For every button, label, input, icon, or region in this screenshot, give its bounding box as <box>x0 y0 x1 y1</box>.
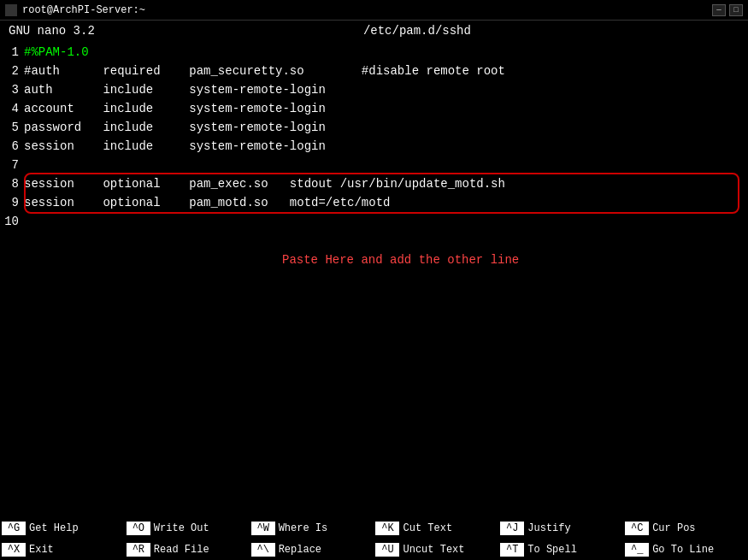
shortcut-key-g: ^G <box>2 522 26 535</box>
shortcut-label-go-to-line: Go To Line <box>652 544 714 556</box>
line-number-9: 9 <box>3 193 19 212</box>
shortcut-label-cur-pos: Cur Pos <box>652 522 695 534</box>
shortcut-key-w: ^W <box>251 522 275 535</box>
shortcut-key-j: ^J <box>500 522 524 535</box>
shortcut-key-underscore: ^_ <box>625 543 649 557</box>
line-content-2: #auth required pam_securetty.so #disable… <box>24 62 505 80</box>
shortcut-justify[interactable]: ^J Justify <box>498 517 623 539</box>
shortcut-label-where-is: Where Is <box>279 522 328 534</box>
line-number-7: 7 <box>3 156 19 174</box>
line-3: 3 auth include system-remote-login <box>0 80 748 99</box>
shortcut-label-exit: Exit <box>29 544 54 556</box>
nano-filename: /etc/pam.d/sshd <box>95 24 739 38</box>
shortcut-key-u: ^U <box>375 543 399 557</box>
shortcut-key-backslash: ^\ <box>251 543 275 557</box>
line-content-5: password include system-remote-login <box>24 118 326 137</box>
line-number-10: 10 <box>3 212 19 231</box>
title-bar-controls[interactable]: — □ <box>712 4 743 16</box>
line-9: 9 session optional pam_motd.so motd=/etc… <box>0 193 748 212</box>
shortcut-replace[interactable]: ^\ Replace <box>250 539 374 560</box>
shortcut-cur-pos[interactable]: ^C Cur Pos <box>623 517 748 539</box>
shortcut-key-r: ^R <box>127 543 150 557</box>
line-8: 8 session optional pam_exec.so stdout /u… <box>0 174 748 193</box>
nano-version: GNU nano 3.2 <box>9 24 95 38</box>
line-number-8: 8 <box>3 174 19 193</box>
editor-area: 1 #%PAM-1.0 2 #auth required pam_securet… <box>0 41 748 503</box>
line-10: 10 <box>0 212 748 231</box>
shortcut-key-x: ^X <box>2 543 26 557</box>
line-content-9: session optional pam_motd.so motd=/etc/m… <box>24 193 390 212</box>
shortcut-exit[interactable]: ^X Exit <box>0 539 125 560</box>
line-4: 4 account include system-remote-login <box>0 99 748 118</box>
line-number-2: 2 <box>3 62 19 80</box>
line-number-3: 3 <box>3 80 19 99</box>
line-content-8: session optional pam_exec.so stdout /usr… <box>24 174 505 193</box>
shortcut-row-1: ^G Get Help ^O Write Out ^W Where Is ^K … <box>0 517 748 539</box>
shortcut-label-read-file: Read File <box>154 544 209 556</box>
shortcut-label-replace: Replace <box>279 544 321 556</box>
title-bar-text: root@ArchPI-Server:~ <box>22 4 145 16</box>
shortcut-uncut-text[interactable]: ^U Uncut Text <box>374 539 498 560</box>
nano-header: GNU nano 3.2 /etc/pam.d/sshd <box>0 21 748 41</box>
shortcut-key-c: ^C <box>625 522 649 535</box>
line-number-5: 5 <box>3 118 19 137</box>
line-content-4: account include system-remote-login <box>24 99 326 118</box>
bottom-bar: ^G Get Help ^O Write Out ^W Where Is ^K … <box>0 517 748 560</box>
shortcut-label-write-out: Write Out <box>154 522 209 534</box>
line-content-6: session include system-remote-login <box>24 137 326 156</box>
line-number-6: 6 <box>3 137 19 156</box>
shortcut-row-2: ^X Exit ^R Read File ^\ Replace ^U Uncut… <box>0 539 748 560</box>
line-5: 5 password include system-remote-login <box>0 118 748 137</box>
shortcut-to-spell[interactable]: ^T To Spell <box>498 539 623 560</box>
line-7: 7 <box>0 156 748 174</box>
shortcut-key-t: ^T <box>500 543 524 557</box>
annotation-text: Paste Here and add the other line <box>282 253 519 267</box>
shortcut-write-out[interactable]: ^O Write Out <box>125 517 250 539</box>
line-number-1: 1 <box>3 43 19 62</box>
line-2: 2 #auth required pam_securetty.so #disab… <box>0 62 748 80</box>
shortcut-cut-text[interactable]: ^K Cut Text <box>374 517 498 539</box>
minimize-button[interactable]: — <box>712 4 726 16</box>
line-1: 1 #%PAM-1.0 <box>0 43 748 62</box>
shortcut-key-k: ^K <box>375 522 399 535</box>
shortcut-read-file[interactable]: ^R Read File <box>125 539 250 560</box>
line-6: 6 session include system-remote-login <box>0 137 748 156</box>
line-content-1: #%PAM-1.0 <box>24 43 89 62</box>
shortcut-label-get-help: Get Help <box>29 522 79 534</box>
title-bar-left: root@ArchPI-Server:~ <box>5 4 145 16</box>
shortcut-label-uncut-text: Uncut Text <box>403 544 464 556</box>
shortcut-get-help[interactable]: ^G Get Help <box>0 517 125 539</box>
shortcut-label-to-spell: To Spell <box>527 544 577 556</box>
line-number-4: 4 <box>3 99 19 118</box>
shortcut-where-is[interactable]: ^W Where Is <box>250 517 374 539</box>
shortcut-label-cut-text: Cut Text <box>403 522 452 534</box>
terminal-icon <box>5 4 17 16</box>
line-content-3: auth include system-remote-login <box>24 80 326 99</box>
shortcut-key-o: ^O <box>127 522 150 535</box>
shortcut-go-to-line[interactable]: ^_ Go To Line <box>623 539 748 560</box>
title-bar: root@ArchPI-Server:~ — □ <box>0 0 748 21</box>
maximize-button[interactable]: □ <box>729 4 743 16</box>
shortcut-label-justify: Justify <box>527 522 570 534</box>
